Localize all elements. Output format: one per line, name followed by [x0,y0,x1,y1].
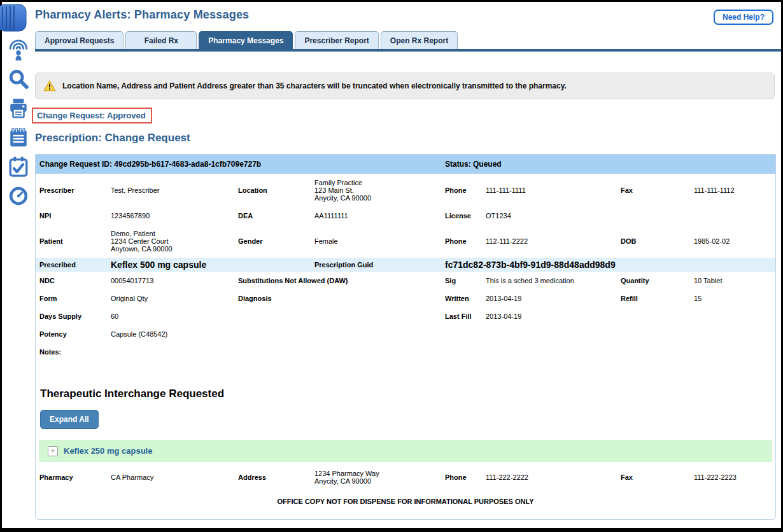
print-icon[interactable] [8,96,29,120]
form-label: Form [39,295,111,302]
patient-value: Demo, Patient 1234 Center Court Anytown,… [111,230,238,253]
tab-bar: Approval Requests Failed Rx Pharmacy Mes… [35,31,781,49]
prescribed-drug: Keflex 500 mg capsule [111,261,314,269]
warning-text: Location Name, Address and Patient Addre… [62,81,567,90]
license-label: License [445,212,486,220]
notes-label: Notes: [39,348,111,356]
address-value: 1234 Pharmacy Way Anycity, CA 90000 [314,470,445,485]
days-supply-value: 60 [111,312,238,320]
office-copy-disclaimer: OFFICE COPY NOT FOR DISPENSE FOR INFORMA… [36,498,775,505]
interchange-heading: Therapeutic Interchange Requested [40,388,775,400]
npi-value: 1234567890 [111,212,238,220]
fax-value: 111-111-1112 [694,186,772,194]
patient-label: Patient [39,237,111,245]
ndc-value: 00054017713 [111,277,238,284]
quantity-value: 10 Tablet [694,277,772,284]
page-title: Pharmacy Alerts: Pharmacy Messages [35,8,249,22]
notes-icon[interactable] [8,125,29,150]
prescriber-label: Prescriber [39,186,111,194]
pharmacy-phone-value: 111-222-2222 [486,473,621,481]
last-fill-label: Last Fill [445,312,486,320]
app-logo-icon[interactable] [0,3,27,32]
warning-triangle-icon [43,80,56,92]
prescription-card: Change Request ID: 49cd295b-b617-4683-ad… [35,154,776,520]
potency-label: Potency [39,330,111,338]
gender-value: Female [314,237,445,245]
interchange-drug-bar[interactable]: + Keflex 250 mg capsule [39,440,772,462]
location-value: Family Practice 123 Main St. Anycity, CA… [314,179,445,202]
sidebar [2,2,35,528]
dea-value: AA1111111 [314,212,445,220]
ndc-label: NDC [39,277,111,284]
top-bar: Pharmacy Alerts: Pharmacy Messages Need … [35,8,781,25]
written-value: 2013-04-19 [486,295,621,302]
pharmacy-fax-label: Fax [621,473,694,481]
tab-failed-rx[interactable]: Failed Rx [125,31,197,49]
written-label: Written [445,295,486,302]
days-supply-label: Days Supply [39,312,111,320]
tab-underline [35,49,781,52]
location-label: Location [238,186,314,194]
change-request-status: Status: Queued [445,160,772,169]
page-frame: Pharmacy Alerts: Pharmacy Messages Need … [0,0,783,532]
prescription-guid-label: Prescription Guid [314,261,445,269]
potency-value: Capsule (C48542) [111,330,238,338]
tab-pharmacy-messages[interactable]: Pharmacy Messages [199,31,293,49]
potency-row: Potency Capsule (C48542) [36,325,775,343]
dob-value: 1985-02-02 [694,237,772,245]
broadcast-icon[interactable] [8,38,29,62]
notes-row: Notes: [36,343,775,361]
license-value: OT1234 [486,212,621,220]
prescriber-row: Prescriber Test, Prescriber Location Fam… [36,174,775,207]
prescription-guid-value: fc71dc82-873b-4bf9-91d9-88d48add98d9 [445,261,772,269]
tab-prescriber-report[interactable]: Prescriber Report [295,31,378,49]
section-heading: Prescription: Change Request [35,132,781,144]
diagnosis-label: Diagnosis [238,295,445,302]
patient-row: Patient Demo, Patient 1234 Center Court … [36,225,775,258]
pharmacy-row: Pharmacy CA Pharmacy Address 1234 Pharma… [36,465,775,490]
prescribed-row: Prescribed Keflex 500 mg capsule Prescri… [36,258,775,272]
npi-label: NPI [39,212,111,220]
change-request-id: Change Request ID: 49cd295b-b617-4683-ad… [39,160,445,169]
search-icon[interactable] [8,67,29,91]
refill-value: 15 [694,295,772,302]
patient-phone-value: 112-111-2222 [486,237,621,245]
need-help-button[interactable]: Need Help? [714,10,773,25]
warning-banner: Location Name, Address and Patient Addre… [35,73,775,99]
gauge-icon[interactable] [8,184,29,208]
phone-value: 111-111-1111 [486,186,621,194]
ndc-row: NDC 00054017713 Substitutions Not Allowe… [36,272,775,290]
dob-label: DOB [621,237,694,245]
refill-label: Refill [621,295,694,302]
calendar-check-icon[interactable] [8,155,29,179]
days-supply-row: Days Supply 60 Last Fill 2013-04-19 [36,307,775,325]
daw-label: Substitutions Not Allowed (DAW) [238,277,445,284]
pharmacy-fax-value: 111-222-2223 [694,473,772,481]
form-value: Original Qty [111,295,238,302]
npi-row: NPI 1234567890 DEA AA1111111 License OT1… [36,207,775,225]
address-label: Address [238,473,314,481]
phone-label: Phone [445,186,486,194]
dea-label: DEA [238,212,314,220]
prescriber-value: Test, Prescriber [111,186,238,194]
sig-value: This is a sched 3 medication [486,277,621,284]
change-request-approved-link[interactable]: Change Request: Approved [32,108,152,123]
pharmacy-phone-label: Phone [445,473,486,481]
fax-label: Fax [621,186,694,194]
expand-all-button[interactable]: Expand All [40,410,99,429]
tab-open-rx-report[interactable]: Open Rx Report [381,31,458,49]
last-fill-value: 2013-04-19 [486,312,621,320]
interchange-drug-name: Keflex 250 mg capsule [64,446,152,456]
card-header: Change Request ID: 49cd295b-b617-4683-ad… [36,155,775,174]
tab-approval-requests[interactable]: Approval Requests [35,31,123,49]
form-row: Form Original Qty Diagnosis Written 2013… [36,290,775,307]
expand-plus-icon[interactable]: + [48,446,58,456]
prescribed-label: Prescribed [39,261,111,269]
sig-label: Sig [445,277,486,284]
pharmacy-label: Pharmacy [39,473,111,481]
patient-phone-label: Phone [445,237,486,245]
gender-label: Gender [238,237,314,245]
quantity-label: Quantity [621,277,694,284]
pharmacy-value: CA Pharmacy [111,473,238,481]
